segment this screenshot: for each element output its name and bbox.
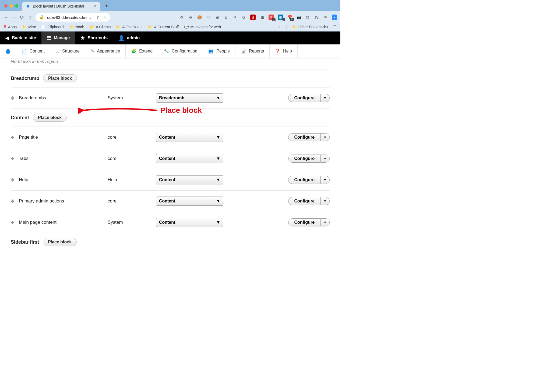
url-text: ddev93.ddev.site/admi…	[47, 15, 91, 20]
reading-list-icon[interactable]: ☰	[333, 25, 337, 29]
drag-handle-icon[interactable]: ✥	[11, 220, 19, 225]
chevron-down-icon: ▼	[216, 135, 220, 140]
chevron-down-icon: ▼	[216, 177, 220, 182]
gear-icon[interactable]: ⚙	[188, 15, 193, 20]
configure-button[interactable]: Configure	[288, 176, 321, 184]
operations-dropdown[interactable]: ▼	[321, 218, 330, 226]
block-row: ✥ Help Help Content▼ Configure▼	[11, 169, 330, 190]
region-select[interactable]: Content▼	[156, 218, 223, 227]
region-select[interactable]: Content▼	[156, 133, 223, 142]
bookmark-messages[interactable]: 💬Messages for web	[184, 25, 221, 29]
place-block-button[interactable]: Place block	[43, 238, 77, 246]
user-tab[interactable]: 👤 admin	[113, 32, 145, 44]
operations-dropdown[interactable]: ▼	[321, 176, 330, 184]
drag-handle-icon[interactable]: ✥	[11, 199, 19, 204]
maximize-window-button[interactable]	[15, 4, 18, 8]
mask-icon[interactable]: 👓	[206, 15, 211, 20]
address-bar[interactable]: 🔒 ddev93.ddev.site/admi… ⇧ ☆	[36, 13, 110, 22]
todoist-icon[interactable]: ≡10	[269, 15, 274, 20]
dropbox-icon[interactable]: ⧈	[224, 15, 228, 20]
place-block-button[interactable]: Place block	[33, 114, 67, 122]
region-name: Content	[11, 115, 29, 121]
operations-dropdown[interactable]: ▼	[321, 197, 330, 205]
menu-configuration[interactable]: 🔧Configuration	[158, 44, 203, 58]
zoom-icon[interactable]: ▪	[332, 15, 337, 20]
star-icon: ★	[80, 35, 85, 41]
region-select[interactable]: Content▼	[156, 197, 223, 206]
configure-button[interactable]: Configure	[288, 155, 321, 163]
menu-help[interactable]: ❓Help	[270, 44, 298, 58]
menu-people[interactable]: 👥People	[203, 44, 235, 58]
drupal-admin-toolbar: ◀ Back to site ☰ Manage ★ Shortcuts 👤 ad…	[0, 32, 340, 44]
drag-handle-icon[interactable]: ✥	[11, 177, 19, 183]
configure-button[interactable]: Configure	[288, 197, 321, 205]
block-name: Tabs	[19, 156, 108, 161]
menu-reports[interactable]: 📊Reports	[235, 44, 270, 58]
menu-content[interactable]: 📄Content	[16, 44, 50, 58]
bookmark-aclients[interactable]: 📁A Clients	[90, 25, 111, 29]
block-name: Help	[19, 177, 108, 183]
configure-button[interactable]: Configure	[288, 94, 321, 102]
reload-button[interactable]: ⟳	[19, 14, 25, 20]
calendar-icon[interactable]: 📅24	[287, 15, 292, 20]
configure-button[interactable]: Configure	[288, 218, 321, 226]
snow-icon[interactable]: ❄	[232, 15, 237, 20]
square-icon[interactable]: ◻	[305, 15, 310, 20]
browser-toolbar: ← → ⟳ ⌂ 🔒 ddev93.ddev.site/admi… ⇧ ☆ ♻ ⚙…	[0, 11, 340, 24]
forward-button[interactable]: →	[11, 15, 17, 20]
drupal-home-icon[interactable]	[0, 44, 16, 58]
region-select[interactable]: Content▼	[156, 175, 223, 184]
share-icon[interactable]: ⇧	[96, 15, 100, 20]
operations-dropdown[interactable]: ▼	[321, 94, 330, 102]
linkedin-icon[interactable]: in2	[278, 15, 283, 20]
window-icon[interactable]: ▣	[215, 15, 220, 20]
region-name: Sidebar first	[11, 239, 39, 245]
bookmark-clipboard[interactable]: 📄Clipboard	[41, 25, 64, 29]
manage-tab[interactable]: ☰ Manage	[41, 32, 75, 44]
puzzle-icon: 🧩	[131, 48, 136, 54]
bookmark-noah[interactable]: 📁Noah	[69, 25, 84, 29]
cookie-icon[interactable]: 🍪	[197, 15, 202, 20]
block-category: core	[108, 198, 156, 204]
home-button[interactable]: ⌂	[27, 15, 33, 20]
block-row: ✥ Primary admin actions core Content▼ Co…	[11, 190, 330, 212]
qr-icon[interactable]: ▦	[260, 15, 265, 20]
chevron-down-icon: ▼	[216, 220, 220, 225]
close-tab-icon[interactable]: ✕	[93, 4, 96, 8]
star-icon[interactable]: ☆	[103, 15, 106, 20]
bookmark-acheckout[interactable]: 📁A Check out	[116, 25, 143, 29]
bookmark-overflow[interactable]: »	[278, 25, 281, 29]
operations-dropdown[interactable]: ▼	[321, 155, 330, 163]
bookmark-other[interactable]: 📁Other Bookmarks	[292, 25, 328, 29]
back-to-site-link[interactable]: ◀ Back to site	[0, 32, 41, 44]
bookmark-misc[interactable]: 📁Misc	[22, 25, 36, 29]
bookmark-acurrent[interactable]: 📁A Current Stuff	[148, 25, 179, 29]
drag-handle-icon[interactable]: ✥	[11, 156, 19, 161]
place-block-button[interactable]: Place block	[43, 74, 77, 82]
browser-tab[interactable]: Block layout | Drush Site-Instal ✕	[22, 2, 100, 11]
operations-dropdown[interactable]: ▼	[321, 133, 330, 141]
shortcuts-label: Shortcuts	[87, 36, 108, 40]
block-row: ✥ Tabs core Content▼ Configure▼	[11, 148, 330, 169]
menu-structure[interactable]: ⚎Structure	[50, 44, 85, 58]
js-icon[interactable]: JS	[314, 15, 319, 20]
ublock-icon[interactable]: u	[250, 15, 256, 20]
drag-handle-icon[interactable]: ✥	[11, 135, 19, 140]
eye-icon[interactable]: 👁	[323, 15, 328, 20]
google-icon[interactable]: G	[241, 15, 246, 20]
block-category: core	[108, 135, 156, 140]
camera-icon[interactable]: 📷	[296, 15, 301, 20]
drag-handle-icon[interactable]: ✥	[11, 96, 19, 101]
region-select[interactable]: Breadcrumb▼	[156, 93, 223, 103]
new-tab-button[interactable]: +	[100, 3, 113, 9]
minimize-window-button[interactable]	[10, 4, 13, 8]
configure-button[interactable]: Configure	[288, 133, 321, 141]
region-select[interactable]: Content▼	[156, 154, 223, 163]
bookmark-apps[interactable]: ⠿Apps	[4, 25, 17, 29]
menu-appearance[interactable]: ✎Appearance	[85, 44, 126, 58]
shortcuts-tab[interactable]: ★ Shortcuts	[75, 32, 113, 44]
menu-extend[interactable]: 🧩Extend	[126, 44, 158, 58]
close-window-button[interactable]	[4, 4, 8, 8]
back-button[interactable]: ←	[3, 15, 9, 20]
recycle-icon[interactable]: ♻	[179, 15, 184, 20]
